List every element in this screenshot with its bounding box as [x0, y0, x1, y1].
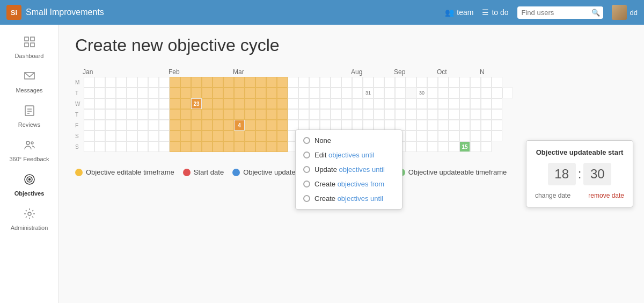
change-date-button[interactable]: change date — [535, 192, 570, 199]
grid-cell — [363, 109, 374, 120]
option-edit-until[interactable]: Edit objectives until — [296, 148, 402, 162]
grid-cell — [298, 109, 309, 120]
grid-cell — [105, 109, 116, 120]
grid-cell — [427, 109, 438, 120]
legend-label: Start date — [194, 168, 224, 176]
nav-team-link[interactable]: 👥 team — [445, 8, 473, 17]
option-create-from[interactable]: Create objectives from — [296, 177, 402, 191]
grid-cell — [148, 88, 159, 98]
user-menu[interactable]: dd — [612, 5, 638, 20]
grid-cell — [116, 109, 127, 120]
grid-cell — [374, 98, 384, 109]
grid-cell — [492, 109, 502, 120]
day-w: W — [75, 98, 83, 109]
month-aug: Aug — [351, 68, 394, 76]
grid-cell — [127, 88, 137, 98]
hour-display[interactable]: 18 — [548, 163, 576, 185]
grid-cell — [255, 77, 266, 88]
grid-cell-30: 30 — [416, 88, 427, 98]
grid-cell — [277, 77, 288, 88]
grid-cell — [449, 88, 459, 98]
remove-date-button[interactable]: remove date — [588, 192, 624, 199]
grid-cell — [245, 88, 255, 98]
legend-updateable2: Objective updateable timeframe — [398, 168, 507, 176]
grid-cell — [341, 120, 352, 131]
administration-icon — [23, 207, 36, 222]
grid-row-t: 31 30 — [84, 88, 628, 98]
page-title: Create new objective cycle — [75, 35, 628, 55]
search-input[interactable] — [522, 9, 591, 17]
grid-cell — [255, 141, 266, 152]
option-none[interactable]: None — [296, 133, 402, 148]
grid-cell — [180, 88, 191, 98]
grid-cell — [223, 109, 234, 120]
sidebar-item-objectives[interactable]: Objectives — [0, 168, 58, 202]
grid-cell — [277, 120, 288, 131]
grid-cell — [309, 109, 320, 120]
grid-cell — [148, 109, 159, 120]
sidebar-item-feedback[interactable]: 360° Feedback — [0, 133, 58, 168]
grid-cell — [170, 77, 180, 88]
grid-cell — [180, 131, 191, 141]
grid-cell — [116, 141, 127, 152]
grid-cell — [202, 88, 213, 98]
sidebar-item-messages[interactable]: Messages — [0, 64, 58, 99]
team-icon: 👥 — [445, 8, 454, 17]
sidebar-item-label: 360° Feedback — [9, 156, 49, 162]
grid-cell — [470, 141, 481, 152]
sidebar-item-reviews[interactable]: Reviews — [0, 99, 58, 133]
nav-todo-link[interactable]: ☰ to do — [482, 8, 508, 17]
grid-cell — [105, 141, 116, 152]
grid-cell — [148, 131, 159, 141]
grid-cell — [213, 77, 223, 88]
grid-cell — [94, 77, 105, 88]
radio-update-until — [303, 166, 310, 173]
grid-cell — [105, 131, 116, 141]
radio-none — [303, 137, 310, 144]
grid-cell — [352, 109, 363, 120]
svg-point-13 — [28, 212, 31, 215]
option-create-until[interactable]: Create objectives until — [296, 191, 402, 206]
grid-cell — [191, 77, 202, 88]
grid-cell — [116, 98, 127, 109]
grid-cell — [213, 109, 223, 120]
grid-cell — [255, 131, 266, 141]
grid-cell — [234, 131, 245, 141]
grid-cell — [470, 98, 481, 109]
time-popup-title: Objective updateable start — [535, 148, 624, 156]
month-feb: Feb — [169, 68, 233, 76]
radio-edit-until — [303, 152, 310, 158]
grid-cell — [116, 88, 127, 98]
grid-cell — [266, 141, 277, 152]
grid-cell — [223, 131, 234, 141]
grid-cell — [374, 120, 384, 131]
grid-cell — [223, 88, 234, 98]
grid-cell — [84, 120, 94, 131]
sidebar-item-administration[interactable]: Administration — [0, 202, 58, 236]
month-jan: Jan — [83, 68, 169, 76]
grid-cell — [213, 131, 223, 141]
grid-cell-31: 31 — [363, 88, 374, 98]
grid-cell — [416, 120, 427, 131]
sidebar-item-label: Dashboard — [15, 53, 44, 59]
grid-cell — [170, 120, 180, 131]
grid-cell — [438, 88, 449, 98]
grid-cell — [148, 77, 159, 88]
reviews-icon — [23, 104, 36, 119]
grid-cell — [234, 109, 245, 120]
grid-cell — [245, 131, 255, 141]
grid-cell — [159, 109, 170, 120]
app-brand: Small Improvements — [26, 8, 445, 17]
grid-cell — [266, 109, 277, 120]
option-update-until[interactable]: Update objectives until — [296, 162, 402, 177]
dashboard-icon — [23, 35, 36, 50]
grid-cell — [170, 141, 180, 152]
search-box[interactable]: 🔍 — [517, 6, 603, 19]
minute-display[interactable]: 30 — [583, 163, 611, 185]
user-label: dd — [630, 9, 638, 17]
grid-cell — [406, 77, 416, 88]
grid-cell — [255, 98, 266, 109]
grid-cell — [116, 77, 127, 88]
options-dropdown: None Edit objectives until Update object… — [295, 129, 402, 210]
sidebar-item-dashboard[interactable]: Dashboard — [0, 30, 58, 64]
